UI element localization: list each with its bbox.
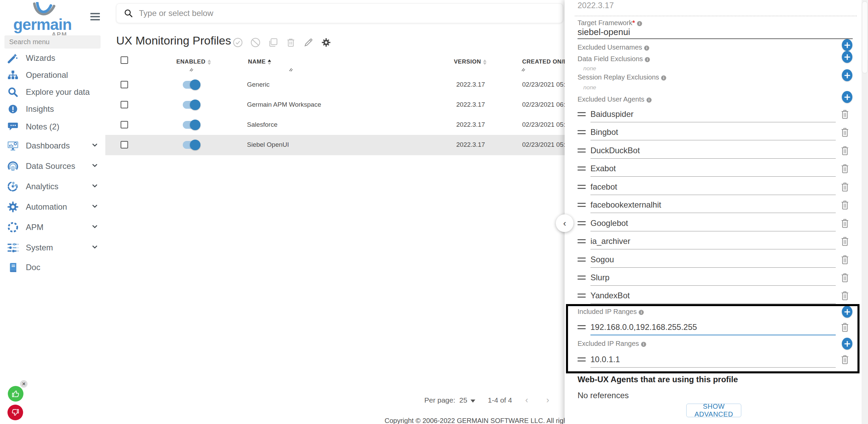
sidebar-item-insights[interactable]: Insights	[0, 101, 105, 118]
sidebar-item-apm[interactable]: APM	[0, 217, 105, 237]
drag-handle-icon[interactable]	[578, 166, 586, 173]
delete-icon[interactable]	[840, 218, 849, 228]
sidebar-item-analytics[interactable]: Analytics	[0, 176, 105, 197]
row-checkbox[interactable]	[121, 141, 128, 148]
edit-icon[interactable]	[303, 37, 314, 48]
delete-icon[interactable]	[840, 127, 849, 137]
user-agent-field[interactable]: facebookexternalhit	[590, 196, 661, 214]
info-icon[interactable]: i	[645, 57, 650, 62]
add-excluded-username-button[interactable]	[842, 39, 852, 51]
user-agent-field[interactable]: Googlebot	[590, 214, 628, 232]
drag-handle-icon[interactable]	[578, 294, 586, 300]
column-resize-handle[interactable]	[520, 67, 525, 72]
sidebar-item-system[interactable]: System	[0, 237, 105, 258]
sidebar-item-explore[interactable]: Explore your data	[0, 84, 105, 101]
sidebar-item-dashboards[interactable]: Dashboards	[0, 136, 105, 156]
sidebar-item-notes[interactable]: Notes (2)	[0, 118, 105, 136]
add-excluded-ip-range-button[interactable]	[842, 338, 852, 350]
sidebar-item-doc[interactable]: Doc	[0, 258, 105, 277]
drag-handle-icon[interactable]	[578, 130, 586, 136]
delete-icon[interactable]	[840, 109, 849, 119]
info-icon[interactable]: i	[661, 75, 666, 81]
select-all-checkbox[interactable]	[121, 56, 128, 64]
table-row-selected[interactable]: Siebel OpenUI 2022.3.17 02/23/2021 05:53…	[105, 135, 565, 155]
user-agent-field[interactable]: YandexBot	[590, 286, 630, 305]
delete-icon[interactable]	[840, 182, 849, 192]
info-icon[interactable]: i	[637, 21, 642, 26]
user-agent-field[interactable]: Exabot	[590, 159, 616, 178]
table-row[interactable]: Germain APM Workspace 2022.3.17 02/23/20…	[105, 95, 565, 115]
user-agent-field[interactable]: facebot	[590, 178, 617, 196]
close-icon[interactable]: ✕	[20, 380, 28, 388]
prev-page-button[interactable]: ‹	[525, 395, 528, 405]
next-page-button[interactable]: ›	[546, 395, 549, 405]
table-row[interactable]: Salesforce 2022.3.17 02/23/2021 05:55:	[105, 115, 565, 135]
user-agent-field[interactable]: ia_archiver	[590, 232, 630, 250]
drag-handle-icon[interactable]	[578, 185, 586, 191]
sidebar-item-operational[interactable]: Operational	[0, 67, 105, 84]
add-excluded-user-agent-button[interactable]	[842, 91, 852, 103]
delete-icon[interactable]	[840, 254, 849, 265]
settings-icon[interactable]	[321, 37, 331, 48]
info-icon[interactable]: i	[644, 46, 649, 51]
enabled-toggle[interactable]	[183, 140, 200, 150]
sidebar-item-automation[interactable]: Automation	[0, 197, 105, 217]
sidebar-item-data-sources[interactable]: Data Sources	[0, 156, 105, 176]
column-resize-handle[interactable]	[188, 67, 193, 72]
add-session-replay-exclusion-button[interactable]	[842, 69, 852, 81]
delete-icon[interactable]	[840, 163, 849, 174]
user-agent-field[interactable]: Baiduspider	[590, 105, 634, 123]
enabled-toggle[interactable]	[183, 100, 200, 110]
panel-collapse-button[interactable]: ‹	[556, 214, 573, 232]
column-header-created[interactable]: CREATED ON/BY	[522, 58, 565, 66]
drag-handle-icon[interactable]	[578, 112, 586, 118]
target-framework-field[interactable]: siebel-openui	[578, 27, 630, 37]
drag-handle-icon[interactable]	[578, 203, 586, 209]
info-icon[interactable]: i	[641, 342, 646, 347]
drag-handle-icon[interactable]	[578, 357, 586, 364]
add-data-field-exclusion-button[interactable]	[842, 51, 852, 63]
drag-handle-icon[interactable]	[578, 276, 586, 282]
user-agent-field[interactable]: Bingbot	[590, 123, 618, 141]
delete-icon[interactable]	[840, 322, 849, 332]
drag-handle-icon[interactable]	[578, 239, 586, 245]
duplicate-icon[interactable]	[268, 37, 278, 48]
profile-search-bar[interactable]	[116, 3, 563, 23]
drag-handle-icon[interactable]	[578, 258, 586, 264]
user-agent-field[interactable]: DuckDuckBot	[590, 141, 640, 160]
delete-icon[interactable]	[840, 145, 849, 156]
delete-icon[interactable]	[840, 354, 849, 365]
included-ip-range-field[interactable]: 192.168.0.0,192.168.255.255	[590, 318, 697, 336]
excluded-ip-range-field[interactable]: 10.0.1.1	[590, 350, 620, 369]
thumbs-down-button[interactable]	[7, 405, 23, 420]
scrollbar-thumb[interactable]	[862, 1, 868, 73]
profile-search-input[interactable]	[138, 8, 563, 18]
column-header-version[interactable]: VERSION	[454, 58, 486, 66]
row-checkbox[interactable]	[121, 121, 128, 128]
sidebar-search-input[interactable]	[4, 35, 101, 49]
drag-handle-icon[interactable]	[578, 148, 586, 155]
sidebar-item-wizards[interactable]: Wizards	[0, 50, 105, 67]
info-icon[interactable]: i	[646, 98, 652, 103]
drag-handle-icon[interactable]	[578, 325, 586, 331]
show-advanced-button[interactable]: SHOW ADVANCED	[686, 404, 741, 417]
info-icon[interactable]: i	[639, 310, 644, 315]
user-agent-field[interactable]: Sogou	[590, 250, 614, 269]
drag-handle-icon[interactable]	[578, 221, 586, 227]
hamburger-icon[interactable]	[90, 13, 100, 20]
column-header-enabled[interactable]: ENABLED	[176, 58, 211, 66]
delete-icon[interactable]	[840, 272, 849, 283]
delete-icon[interactable]	[840, 236, 849, 246]
per-page-select[interactable]: 25	[459, 396, 475, 404]
column-resize-handle[interactable]	[288, 67, 293, 72]
delete-icon[interactable]	[840, 200, 849, 210]
table-row[interactable]: Generic 2022.3.17 02/23/2021 05:26:	[105, 75, 565, 95]
user-agent-field[interactable]: Slurp	[590, 268, 609, 287]
add-included-ip-range-button[interactable]	[842, 306, 852, 318]
row-checkbox[interactable]	[121, 101, 128, 108]
enable-icon[interactable]	[233, 37, 243, 48]
row-checkbox[interactable]	[121, 81, 128, 88]
column-header-name[interactable]: NAME	[248, 58, 271, 66]
delete-icon[interactable]	[286, 37, 296, 48]
enabled-toggle[interactable]	[183, 80, 200, 90]
